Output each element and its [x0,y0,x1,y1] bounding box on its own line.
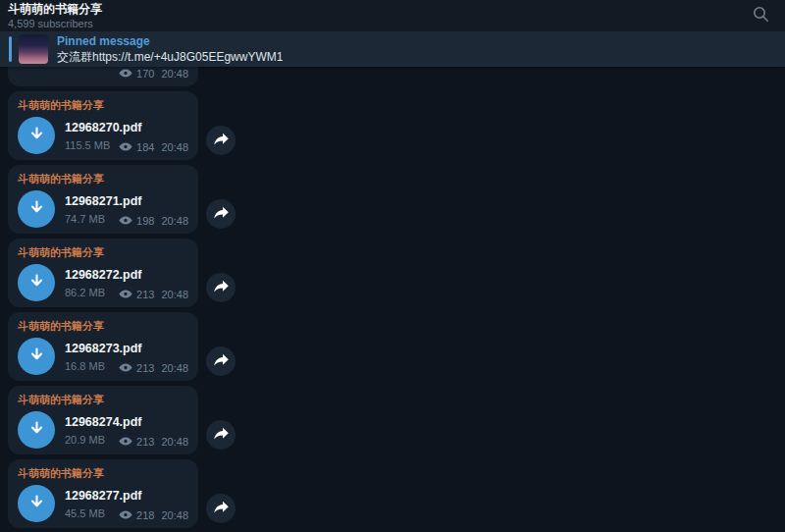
message: 斗萌萌的书籍分享 12968270.pdf 115.5 MB [8,91,253,160]
message-time: 20:48 [161,436,188,448]
views-count: 198 [136,215,154,227]
message-bubble: 170 20:48 [8,67,198,86]
message-meta: 213 20:48 [119,289,188,300]
forward-button[interactable] [206,126,236,155]
file-name[interactable]: 12968272.pdf [65,268,142,282]
sender-name[interactable]: 斗萌萌的书籍分享 [18,393,188,407]
pinned-accent-bar [9,36,12,62]
forward-arrow-icon [213,205,230,223]
message: 斗萌萌的书籍分享 12968271.pdf 74.7 MB [8,165,253,234]
chat-header: 斗萌萌的书籍分享 4,599 subscribers [0,0,785,31]
message-bubble: 斗萌萌的书籍分享 12968270.pdf 115.5 MB [8,91,198,160]
message: 170 20:48 [8,67,253,86]
views-count: 218 [136,509,154,521]
sender-name[interactable]: 斗萌萌的书籍分享 [18,172,188,186]
message-bubble: 斗萌萌的书籍分享 12968274.pdf 20.9 MB [8,386,198,454]
views-count: 213 [136,289,154,300]
views-count: 184 [136,141,154,153]
download-arrow-icon [27,272,46,293]
eye-icon [119,68,136,80]
eye-icon [119,215,136,227]
message-meta: 184 20:48 [119,141,188,153]
sender-name[interactable]: 斗萌萌的书籍分享 [18,98,188,113]
sender-name[interactable]: 斗萌萌的书籍分享 [18,245,188,260]
file-name[interactable]: 12968274.pdf [65,415,142,429]
eye-icon [119,141,136,153]
chat-title: 斗萌萌的书籍分享 [8,3,102,17]
download-button[interactable] [18,411,55,449]
message-meta: 198 20:48 [119,215,188,227]
download-button[interactable] [18,338,55,375]
message-meta: 218 20:48 [119,509,188,521]
message-time: 20:48 [161,215,188,227]
message-bubble: 斗萌萌的书籍分享 12968271.pdf 74.7 MB [8,165,198,234]
message-time: 20:48 [161,141,188,153]
forward-arrow-icon [213,426,230,444]
message-meta: 170 20:48 [119,68,188,80]
file-name[interactable]: 12968273.pdf [65,342,142,355]
forward-arrow-icon [213,500,230,517]
message: 斗萌萌的书籍分享 12968277.pdf 45.5 MB [8,459,253,528]
pinned-message-bar[interactable]: Pinned message 交流群https://t.me/+4uJ8G05E… [0,31,785,67]
eye-icon [119,289,136,300]
message-meta: 213 20:48 [119,436,188,448]
sender-name[interactable]: 斗萌萌的书籍分享 [18,319,188,334]
message: 斗萌萌的书籍分享 12968272.pdf 86.2 MB [8,239,253,307]
message: 斗萌萌的书籍分享 12968273.pdf 16.8 MB [8,312,253,381]
pinned-text: 交流群https://t.me/+4uJ8G05EEgwwYWM1 [57,50,283,64]
pinned-label: Pinned message [57,34,283,48]
file-name[interactable]: 12968277.pdf [65,489,142,503]
views-count: 213 [136,362,154,374]
eye-icon [119,509,136,521]
download-button[interactable] [18,190,55,228]
message-time: 20:48 [161,68,188,80]
pinned-texts: Pinned message 交流群https://t.me/+4uJ8G05E… [57,34,283,65]
message-meta: 213 20:48 [119,362,188,374]
download-arrow-icon [27,125,46,146]
subscriber-count: 4,599 subscribers [8,18,102,30]
telegram-channel-view: 斗萌萌的书籍分享 4,599 subscribers Pinned messag… [0,0,785,532]
search-button[interactable] [748,3,773,28]
eye-icon [119,362,136,374]
message-bubble: 斗萌萌的书籍分享 12968273.pdf 16.8 MB [8,312,198,381]
download-arrow-icon [27,419,46,441]
download-button[interactable] [18,264,55,301]
file-name[interactable]: 12968270.pdf [65,121,142,134]
forward-arrow-icon [213,132,230,149]
eye-icon [119,436,136,448]
sender-name[interactable]: 斗萌萌的书籍分享 [18,466,188,481]
forward-button[interactable] [206,346,236,376]
download-arrow-icon [27,198,46,220]
search-icon [753,6,769,26]
forward-button[interactable] [206,199,236,229]
message: 斗萌萌的书籍分享 12968274.pdf 20.9 MB [8,386,253,454]
download-arrow-icon [27,493,46,514]
message-time: 20:48 [161,362,188,374]
download-button[interactable] [18,117,55,154]
views-count: 213 [136,436,154,448]
forward-button[interactable] [206,273,236,302]
message-bubble: 斗萌萌的书籍分享 12968272.pdf 86.2 MB [8,239,198,307]
forward-button[interactable] [206,494,236,523]
views-count: 170 [136,68,154,80]
message-time: 20:48 [161,289,188,300]
download-arrow-icon [27,346,46,367]
file-name[interactable]: 12968271.pdf [65,194,142,208]
forward-arrow-icon [213,279,230,296]
download-button[interactable] [18,485,55,522]
forward-arrow-icon [213,352,230,370]
forward-button[interactable] [206,420,236,450]
message-time: 20:48 [161,509,188,521]
chat-header-titles[interactable]: 斗萌萌的书籍分享 4,599 subscribers [8,1,102,29]
message-list[interactable]: 170 20:48 斗萌萌的书籍分享 [0,67,785,532]
message-bubble: 斗萌萌的书籍分享 12968277.pdf 45.5 MB [8,459,198,528]
pinned-thumbnail [19,34,48,64]
